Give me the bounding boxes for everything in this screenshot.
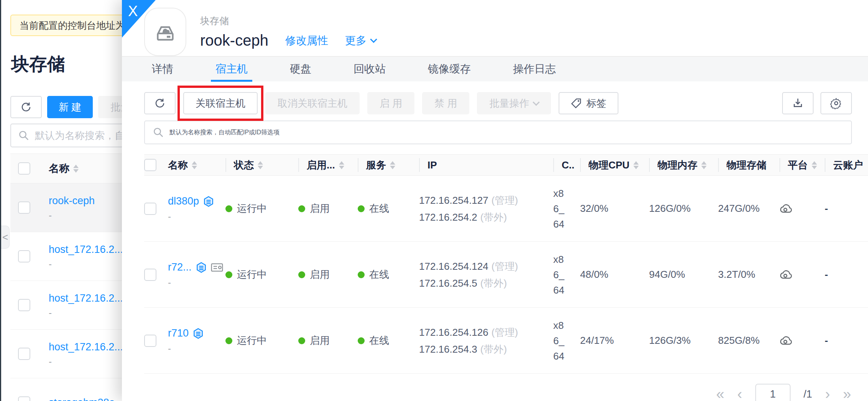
cluster-cube-icon — [196, 262, 207, 273]
gear-icon — [830, 97, 842, 109]
page-title: 块存储 — [11, 52, 65, 76]
disable-button: 禁 用 — [422, 92, 469, 114]
search-icon — [18, 130, 30, 141]
first-page-button[interactable]: « — [716, 387, 724, 401]
tab-host[interactable]: 宿主机 — [215, 56, 248, 82]
more-dropdown[interactable]: 更多 — [345, 33, 376, 48]
detail-drawer: X 块存储 rook-ceph 修改属性 更多 详情 — [122, 0, 868, 401]
tag-button[interactable]: 标签 — [559, 92, 618, 114]
storage-sub: - — [49, 259, 123, 269]
storage-link[interactable]: host_172.16.2... — [49, 341, 123, 353]
row-checkbox[interactable] — [18, 201, 30, 214]
download-icon — [792, 97, 804, 109]
cpu-arch: x86_64 — [553, 186, 567, 232]
banner-text: 当前配置的控制台地址为 — [20, 19, 125, 32]
host-link[interactable]: dl380p — [168, 195, 199, 207]
device-card-icon — [211, 263, 223, 272]
sort-icon[interactable] — [812, 161, 817, 169]
tab-detail[interactable]: 详情 — [152, 56, 173, 82]
drawer-close-button[interactable] — [122, 0, 156, 38]
create-button[interactable]: 新 建 — [47, 96, 93, 118]
storage-link[interactable]: storagebm38e... — [49, 397, 123, 401]
cpu-arch: x86_64 — [553, 318, 567, 364]
chevron-down-icon — [533, 99, 540, 106]
cluster-cube-icon — [192, 328, 204, 339]
close-icon[interactable]: X — [128, 3, 138, 20]
row-checkbox[interactable] — [18, 396, 30, 401]
host-row[interactable]: dl380p - 运行中 启用 在线 172.16.254.127(管理) 17… — [144, 176, 868, 242]
page-total: /1 — [804, 388, 812, 400]
resource-type-label: 块存储 — [200, 15, 376, 27]
resource-title: rook-ceph — [200, 32, 268, 49]
tag-icon — [571, 98, 582, 109]
sort-icon[interactable] — [73, 165, 79, 173]
name-column-header: 名称 — [49, 162, 69, 175]
sidebar-collapse-handle[interactable]: < — [1, 226, 10, 249]
screen: 当前配置的控制台地址为 块存储 新 建 批量操作 默认为名称搜索，自动匹配IP或… — [0, 0, 868, 401]
storage-sub: - — [49, 210, 95, 221]
sort-icon[interactable] — [390, 161, 395, 169]
cloud-platform-icon — [779, 203, 793, 214]
row-checkbox[interactable] — [18, 348, 30, 360]
refresh-icon — [20, 101, 32, 113]
host-sub: - — [168, 343, 204, 354]
batch-actions-dropdown: 批量操作 — [477, 92, 551, 114]
enable-button: 启 用 — [367, 92, 414, 114]
host-sub: - — [168, 211, 214, 222]
cluster-cube-icon — [203, 196, 214, 207]
attach-host-button[interactable]: 关联宿主机 — [183, 92, 258, 114]
next-page-button[interactable]: › — [825, 387, 830, 401]
status-dot — [358, 337, 365, 344]
table-header-row: 名称 状态 启用... 服务 IP C.. 物理CPU 物理内存 物理存储 平台… — [144, 154, 868, 176]
refresh-icon — [154, 97, 166, 109]
row-checkbox[interactable] — [144, 203, 156, 215]
status-dot — [225, 271, 232, 278]
sort-icon[interactable] — [192, 161, 197, 169]
storage-link[interactable]: rook-ceph — [49, 195, 95, 206]
sort-icon[interactable] — [633, 161, 639, 169]
status-dot — [298, 271, 305, 278]
refresh-button[interactable] — [10, 96, 42, 118]
sort-icon[interactable] — [258, 161, 263, 169]
row-checkbox[interactable] — [144, 335, 156, 347]
storage-sub: - — [49, 307, 123, 318]
select-all-checkbox[interactable] — [18, 162, 30, 175]
refresh-button[interactable] — [144, 92, 176, 114]
status-dot — [225, 337, 232, 344]
host-row[interactable]: r710 - 运行中 启用 在线 172.16.254.126(管理) 172.… — [144, 308, 868, 374]
chevron-down-icon — [370, 36, 377, 43]
pagination: « ‹ 1 /1 › » — [716, 383, 851, 401]
column-settings-button[interactable] — [820, 92, 852, 114]
row-checkbox[interactable] — [144, 269, 156, 281]
row-checkbox[interactable] — [18, 299, 30, 311]
sort-icon[interactable] — [701, 161, 707, 169]
last-page-button[interactable]: » — [843, 387, 851, 401]
row-checkbox[interactable] — [18, 250, 30, 262]
export-button[interactable] — [782, 92, 814, 114]
host-table: 名称 状态 启用... 服务 IP C.. 物理CPU 物理内存 物理存储 平台… — [144, 154, 868, 374]
storage-link[interactable]: host_172.16.2... — [49, 244, 123, 255]
prev-page-button[interactable]: ‹ — [737, 387, 742, 401]
select-all-checkbox[interactable] — [144, 159, 156, 171]
collapse-chevron-icon: < — [2, 231, 8, 243]
status-dot — [225, 205, 232, 212]
edit-attributes-link[interactable]: 修改属性 — [285, 33, 328, 48]
drawer-tabs: 详情 宿主机 硬盘 回收站 镜像缓存 操作日志 — [122, 56, 868, 81]
host-sub: - — [168, 277, 223, 288]
host-link[interactable]: r72... — [168, 261, 192, 273]
cpu-arch: x86_64 — [553, 252, 567, 298]
sort-icon[interactable] — [339, 161, 344, 169]
detach-host-button: 取消关联宿主机 — [265, 92, 360, 114]
host-link[interactable]: r710 — [168, 327, 189, 339]
storage-sub: - — [49, 356, 123, 367]
storage-link[interactable]: host_172.16.2... — [49, 292, 123, 304]
host-search-input[interactable]: 默认为名称搜索，自动匹配IP或ID筛选项 — [144, 120, 852, 144]
tab-disk[interactable]: 硬盘 — [290, 56, 311, 82]
status-dot — [358, 205, 365, 212]
page-input[interactable]: 1 — [755, 384, 791, 401]
tab-audit-log[interactable]: 操作日志 — [513, 56, 556, 82]
host-row[interactable]: r72... - 运行中 启用 在线 172.16.2 — [144, 242, 868, 308]
tab-recycle[interactable]: 回收站 — [353, 56, 386, 82]
tab-image-cache[interactable]: 镜像缓存 — [428, 56, 471, 82]
drawer-header: 块存储 rook-ceph 修改属性 更多 — [122, 0, 868, 56]
